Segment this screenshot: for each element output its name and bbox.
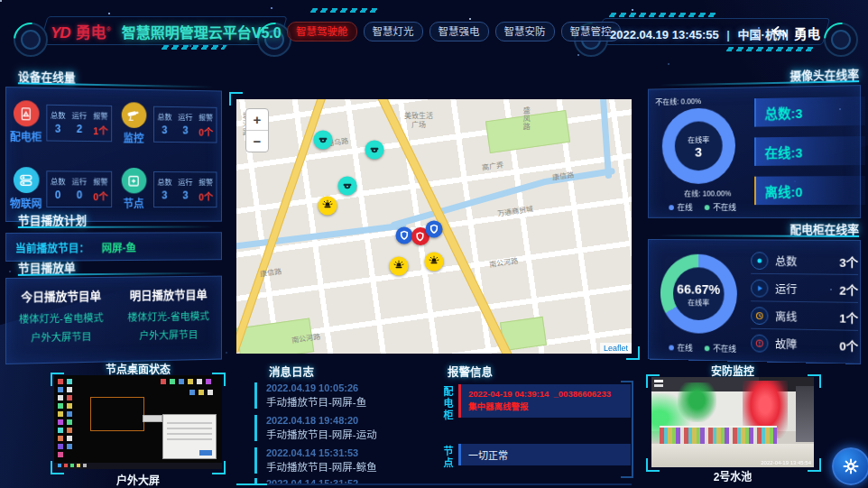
row-label: 离线 <box>775 308 832 326</box>
legend-offline: 不在线 <box>705 342 736 354</box>
header-knob-decor <box>14 23 48 57</box>
desktop-icons-row <box>189 390 195 395</box>
playlist-today-header: 今日播放节目单 <box>6 287 115 305</box>
desktop-icons-column <box>67 379 72 384</box>
video-scene <box>796 386 814 442</box>
tab-smart-security[interactable]: 智慧安防 <box>495 22 555 41</box>
tab-smart-cockpit[interactable]: 智慧驾驶舱 <box>287 22 357 41</box>
selection-rectangle <box>90 397 144 431</box>
street-label: 美致生活广场 <box>402 112 435 130</box>
map-zoom-control: + − <box>245 108 269 152</box>
col-total: 总数 <box>47 173 69 189</box>
row-label: 总数 <box>775 252 832 269</box>
node-icon <box>121 168 146 194</box>
row-label: 故障 <box>775 335 832 353</box>
dash-strip-decor <box>309 8 381 13</box>
row-label: 运行 <box>775 280 832 298</box>
user-label[interactable]: 勇电 <box>794 23 820 42</box>
device-name: 物联网 <box>10 195 42 210</box>
dialog-window <box>162 414 217 459</box>
playlist-today: 今日播放节目单 楼体灯光-省电模式 户外大屏节目 <box>6 278 115 364</box>
desktop-screenshot[interactable] <box>54 375 222 469</box>
nav-tabs: 智慧驾驶舱 智慧灯光 智慧强电 智慧安防 智慧管控 <box>287 22 621 41</box>
clock-icon <box>751 307 768 325</box>
alarm-text: 集中器离线警报 <box>468 401 623 413</box>
map-marker-camera[interactable] <box>314 131 333 150</box>
cabinet-alarm-box: 2022-04-19 04:39:14 _00386606233 集中器离线警报 <box>458 384 631 418</box>
alarm-time-code: 2022-04-19 04:39:14 _00386606233 <box>468 388 623 401</box>
cabinet-group-label: 配电柜 <box>442 386 455 421</box>
message-log-title: 消息日志 <box>269 363 314 380</box>
header-knob-decor <box>824 23 858 57</box>
running-value: 2 <box>69 122 90 136</box>
security-monitor-panel: 安防监控 2022-04-19 13:45:54 2号水池 <box>642 363 863 485</box>
col-alarm: 报警 <box>196 174 217 189</box>
playlist-item: 楼体灯光-省电模式 <box>115 307 221 327</box>
desktop-icons-row <box>161 379 166 384</box>
legend-online: 在线 <box>669 342 692 354</box>
settings-gear-button[interactable] <box>832 447 868 485</box>
device-card-cabinet: 配电柜 总数 运行 报警 3 2 1个 <box>7 88 115 156</box>
brand-logo: YD 勇电® 智慧照明管理云平台V5.0 <box>51 20 282 42</box>
map-canvas[interactable]: + − Leaflet 美致生活广场龙船乌路塘河路盛凤路高广弄万通商贸城康信路南… <box>236 99 632 354</box>
legend-offline: 不在线 <box>705 201 736 213</box>
donut-caption: 在线率 <box>688 296 709 307</box>
corner-bracket <box>229 92 243 106</box>
node-desktop-panel: 节点桌面状态 户外大屏 <box>49 361 227 487</box>
alarm-value: 0个 <box>90 189 111 203</box>
current-program-label: 当前播放节目： <box>15 239 89 254</box>
col-running: 运行 <box>175 174 196 189</box>
leaflet-attribution[interactable]: Leaflet <box>600 343 632 354</box>
device-stats-table: 总数 运行 报警 3 2 1个 <box>46 104 112 142</box>
camera-stat-total: 总数:3 <box>754 97 865 127</box>
tab-smart-power[interactable]: 智慧强电 <box>429 22 489 41</box>
device-name: 配电柜 <box>10 128 42 143</box>
cabinet-donut-center: 66.67% 在线率 <box>660 254 737 335</box>
col-running: 运行 <box>69 173 90 189</box>
map-marker-light[interactable] <box>389 256 408 275</box>
header-bar: YD 勇电® 智慧照明管理云平台V5.0 智慧驾驶舱 智慧灯光 智慧强电 智慧安… <box>0 0 868 58</box>
title-underline <box>18 226 214 227</box>
back-icon[interactable] <box>771 24 789 41</box>
zoom-out-button[interactable]: − <box>246 130 268 152</box>
fault-icon <box>751 334 768 352</box>
col-running: 运行 <box>69 107 90 123</box>
registered-mark: ® <box>106 26 111 32</box>
corner-bracket <box>808 374 821 388</box>
datetime-location: 2022.04.19 13:45:55 | 中国·杭州 <box>610 25 789 42</box>
dash-strip-decor <box>161 45 227 50</box>
alarm-info-title: 报警信息 <box>448 363 493 380</box>
total-value: 3 <box>154 189 175 203</box>
offline-percent-label: 不在线: 0.00% <box>655 95 701 106</box>
cabinet-row-total: 总数 3个 <box>751 247 858 275</box>
donut-value: 66.67% <box>677 281 720 296</box>
map-marker-light[interactable] <box>318 197 337 216</box>
col-total: 总数 <box>154 173 175 189</box>
col-running: 运行 <box>175 109 196 124</box>
cabinet-row-offline: 离线 1个 <box>751 302 858 331</box>
smart-lighting-dashboard: YD 勇电® 智慧照明管理云平台V5.0 智慧驾驶舱 智慧灯光 智慧强电 智慧安… <box>0 0 868 488</box>
tab-smart-lighting[interactable]: 智慧灯光 <box>364 22 423 41</box>
playlist-tomorrow-header: 明日播放节目单 <box>115 285 221 303</box>
map-marker-camera[interactable] <box>337 176 356 195</box>
device-stats-table: 总数 运行 报警 3 3 0个 <box>153 106 217 143</box>
map-marker-shield-blue[interactable] <box>426 220 443 237</box>
total-value: 3 <box>154 124 175 138</box>
map-marker-light[interactable] <box>425 253 444 272</box>
node-status-box: 一切正常 <box>458 444 631 465</box>
left-panel: 设备在线量 配电柜 总数 运行 报警 3 2 1个 <box>5 60 224 364</box>
node-desktop-label: 户外大屏 <box>49 472 227 487</box>
node-desktop-title: 节点桌面状态 <box>49 361 227 376</box>
device-card-cctv: 监控 总数 运行 报警 3 3 0个 <box>115 90 220 157</box>
security-camera-video[interactable]: 2022-04-19 13:45:54 <box>651 377 814 467</box>
dash-strip-decor <box>608 13 718 17</box>
total-value: 0 <box>47 189 69 203</box>
map-marker-camera[interactable] <box>365 141 384 160</box>
log-text: 手动播放节目-网屏-鱼 <box>266 394 435 409</box>
corner-bracket <box>212 461 226 474</box>
zoom-in-button[interactable]: + <box>246 109 268 130</box>
device-name: 监控 <box>124 130 144 145</box>
camera-stat-online: 在线:3 <box>754 136 865 166</box>
alarm-info-panel: 报警信息 配电柜 2022-04-19 04:39:14 _0038660623… <box>440 363 635 483</box>
street-label: 盛凤路 <box>521 106 531 131</box>
